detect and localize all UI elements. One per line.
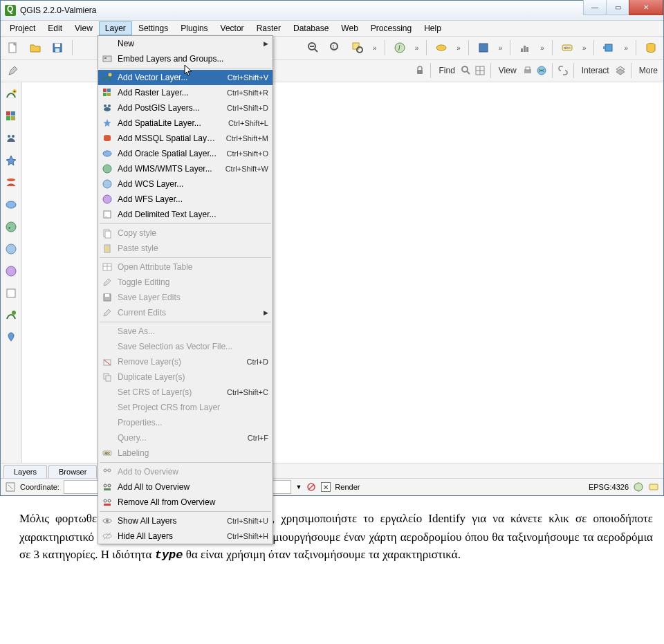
overflow-icon[interactable]: »: [621, 44, 631, 52]
menu-item: abcLabeling: [98, 445, 273, 461]
menu-item[interactable]: Add All to Overview: [98, 479, 273, 495]
maximize-button[interactable]: ▭: [606, 0, 629, 15]
gps-icon[interactable]: [2, 329, 20, 347]
overflow-icon[interactable]: »: [412, 44, 422, 52]
menu-item: Set Project CRS from Layer: [98, 400, 273, 415]
menu-item[interactable]: New▶: [98, 36, 273, 51]
menu-item: Toggle Editing: [98, 275, 273, 290]
zoom-out-icon[interactable]: [304, 38, 323, 57]
tab-layers[interactable]: Layers: [3, 465, 47, 478]
add-csv-icon[interactable]: ,: [2, 284, 20, 302]
copy-icon: [101, 228, 113, 239]
database-icon[interactable]: [641, 38, 661, 57]
bookmarks-icon[interactable]: [474, 38, 493, 57]
menu-edit[interactable]: Edit: [42, 21, 68, 35]
tab-browser[interactable]: Browser: [48, 465, 97, 478]
rotation-lock-icon[interactable]: [306, 481, 317, 493]
ras-icon: [101, 87, 113, 98]
toggle-extents-icon[interactable]: [5, 481, 16, 493]
menu-item-label: Remove All from Overview: [118, 497, 268, 507]
remove-icon: [101, 356, 113, 367]
layers-icon[interactable]: [615, 65, 626, 76]
menu-settings[interactable]: Settings: [132, 21, 174, 35]
render-label: Render: [335, 483, 360, 491]
crs-icon[interactable]: [633, 481, 644, 493]
zoom-full-icon[interactable]: 1:1: [326, 38, 345, 57]
overflow-icon[interactable]: »: [537, 44, 547, 52]
menu-item[interactable]: Add WCS Layer...: [98, 176, 273, 192]
open-file-icon[interactable]: [26, 38, 45, 57]
menu-item-label: Add Vector Layer...: [118, 73, 221, 82]
search-icon[interactable]: [461, 65, 472, 76]
histogram-icon[interactable]: [515, 38, 535, 57]
label-icon[interactable]: abc: [557, 38, 577, 57]
grid-icon[interactable]: [474, 65, 486, 76]
svg-rect-57: [103, 93, 107, 96]
add-vector-icon[interactable]: +: [2, 85, 20, 103]
menu-item[interactable]: ,Add Delimited Text Layer...: [98, 207, 273, 222]
overflow-icon[interactable]: »: [580, 44, 589, 52]
link-icon[interactable]: [557, 65, 569, 76]
menu-item[interactable]: Add WMS/WMTS Layer...Ctrl+Shift+W: [98, 161, 273, 176]
menu-item[interactable]: Add PostGIS Layers...Ctrl+Shift+D: [98, 100, 273, 116]
menu-view[interactable]: View: [68, 21, 99, 35]
menu-plugins[interactable]: Plugins: [174, 21, 214, 35]
menu-item[interactable]: Remove All from Overview: [98, 495, 273, 510]
menu-web[interactable]: Web: [335, 21, 364, 35]
pencil-icon[interactable]: [3, 61, 23, 80]
menu-shortcut: Ctrl+Shift+R: [220, 89, 268, 97]
menu-database[interactable]: Database: [287, 21, 335, 35]
menu-item[interactable]: Add Vector Layer...Ctrl+Shift+V: [98, 70, 273, 85]
menu-layer[interactable]: Layer: [99, 21, 132, 35]
zoom-selection-icon[interactable]: [348, 38, 367, 57]
plugin-icon[interactable]: [599, 38, 618, 57]
menu-item[interactable]: Add Oracle Spatial Layer...Ctrl+Shift+O: [98, 146, 273, 161]
menu-item-label: Toggle Editing: [118, 277, 268, 287]
menu-item[interactable]: Hide All LayersCtrl+Shift+H: [98, 528, 273, 544]
svg-rect-21: [605, 44, 612, 51]
print-icon[interactable]: [522, 65, 533, 76]
identify-icon[interactable]: i: [390, 38, 409, 57]
overflow-icon[interactable]: »: [496, 44, 506, 52]
svg-point-91: [108, 499, 111, 502]
add-postgis-icon[interactable]: [2, 129, 20, 147]
new-file-icon[interactable]: [3, 38, 23, 57]
label-icon: abc: [101, 448, 113, 459]
menu-item[interactable]: Add SpatiaLite Layer...Ctrl+Shift+L: [98, 116, 273, 131]
epsg-label[interactable]: EPSG:4326: [589, 483, 629, 491]
scale-dropdown-icon[interactable]: ▼: [295, 484, 302, 490]
menu-processing[interactable]: Processing: [365, 21, 418, 35]
menu-shortcut: Ctrl+Shift+M: [219, 134, 268, 142]
menu-vector[interactable]: Vector: [214, 21, 250, 35]
overflow-icon[interactable]: »: [454, 44, 463, 52]
add-wcs-icon[interactable]: [2, 240, 20, 258]
minimize-button[interactable]: —: [583, 0, 607, 15]
menu-item[interactable]: Add MSSQL Spatial Layer...Ctrl+Shift+M: [98, 131, 273, 146]
messages-icon[interactable]: [648, 481, 659, 493]
render-checkbox[interactable]: ✕: [321, 482, 331, 492]
new-shapefile-icon[interactable]: [2, 306, 20, 324]
menu-raster[interactable]: Raster: [250, 21, 287, 35]
menu-project[interactable]: Project: [3, 21, 42, 35]
menu-item[interactable]: Add Raster Layer...Ctrl+Shift+R: [98, 85, 273, 100]
measure-icon[interactable]: [432, 38, 451, 57]
add-wfs-icon[interactable]: [2, 262, 20, 280]
close-button[interactable]: ✕: [629, 0, 663, 15]
add-raster-icon[interactable]: [2, 107, 20, 125]
svg-point-42: [12, 135, 15, 138]
overflow-icon[interactable]: »: [370, 44, 380, 52]
globe-icon[interactable]: [536, 65, 547, 76]
add-spatialite-icon[interactable]: [2, 151, 20, 169]
add-oracle-icon[interactable]: [2, 196, 20, 214]
save-file-icon[interactable]: [48, 38, 67, 57]
menu-item[interactable]: Embed Layers and Groups...: [98, 51, 273, 66]
menu-item[interactable]: Add WFS Layer...: [98, 192, 273, 207]
svg-rect-92: [104, 504, 111, 506]
layer-menu-dropdown: New▶Embed Layers and Groups...Add Vector…: [98, 35, 273, 544]
add-wms-icon[interactable]: +: [2, 218, 20, 236]
lock-icon[interactable]: [414, 65, 425, 76]
add-mssql-icon[interactable]: [2, 174, 20, 192]
menu-help[interactable]: Help: [418, 21, 448, 35]
blank-icon: [101, 326, 113, 337]
menu-item[interactable]: Show All LayersCtrl+Shift+U: [98, 513, 273, 528]
